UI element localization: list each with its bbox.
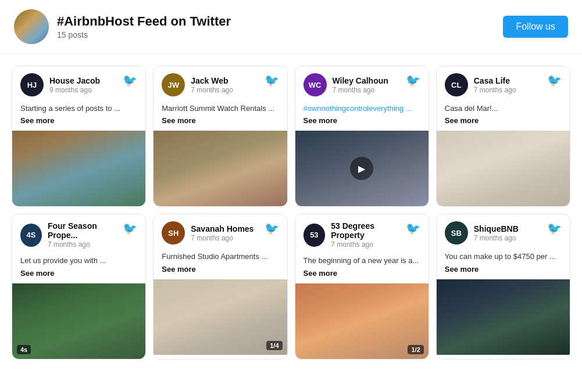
card-card-4: CL Casa Life 7 months ago 🐦 Casa del Mar…	[436, 66, 570, 207]
user-avatar-3: CL	[445, 73, 468, 96]
user-info-2: Wiley Calhoun 7 months ago	[333, 76, 388, 94]
card-header-0: HJ House Jacob 9 months ago 🐦	[12, 66, 145, 101]
card-body-6: The beginning of a new year is a... See …	[295, 253, 429, 283]
user-time-0: 9 months ago	[49, 86, 100, 94]
card-card-2: JW Jack Web 7 months ago 🐦 Marriott Summ…	[153, 66, 287, 207]
card-body-0: Starting a series of posts to ... See mo…	[12, 101, 145, 131]
card-body-2: #ownnothingcontroleverything ... See mor…	[295, 101, 429, 131]
card-body-5: Furnished Studio Apartments ... See more	[153, 249, 287, 279]
card-text-1: Marriott Summit Watch Rentals ...	[162, 104, 274, 113]
card-card-5: 4S Four Season Prope... 7 months ago 🐦 L…	[12, 214, 146, 359]
user-info-4: Four Season Prope... 7 months ago	[48, 221, 123, 249]
avatar-initials-3: CL	[445, 73, 468, 96]
cards-grid: HJ House Jacob 9 months ago 🐦 Starting a…	[0, 54, 582, 371]
card-user-7: SB ShiqueBNB 7 months ago	[445, 221, 519, 244]
post-count: 15 posts	[57, 30, 231, 39]
page-title: #AirbnbHost Feed on Twitter	[57, 14, 231, 29]
card-text-3: Casa del Mar!...	[445, 104, 498, 113]
card-card-7: 53 53 Degrees Property 7 months ago 🐦 Th…	[295, 214, 429, 359]
timer-badge-4: 4s	[17, 345, 31, 354]
avatar-initials-6: 53	[304, 224, 326, 247]
user-name-7: ShiqueBNB	[474, 224, 519, 233]
user-avatar-1: JW	[162, 73, 185, 96]
twitter-icon-6: 🐦	[406, 221, 420, 235]
see-more-3[interactable]: See more	[445, 116, 562, 126]
card-card-8: SB ShiqueBNB 7 months ago 🐦 You can make…	[436, 214, 570, 359]
header-avatar-image	[14, 9, 49, 44]
user-time-3: 7 months ago	[474, 86, 516, 94]
see-more-5[interactable]: See more	[162, 264, 278, 275]
see-more-6[interactable]: See more	[304, 268, 420, 279]
user-name-0: House Jacob	[49, 76, 100, 85]
card-header-3: CL Casa Life 7 months ago 🐦	[437, 66, 570, 101]
card-header-4: 4S Four Season Prope... 7 months ago 🐦	[12, 214, 145, 253]
user-avatar-2: WC	[304, 73, 327, 96]
card-user-2: WC Wiley Calhoun 7 months ago	[304, 73, 388, 96]
card-body-4: Let us provide you with ... See more	[12, 253, 145, 283]
header-info: #AirbnbHost Feed on Twitter 15 posts	[57, 14, 231, 39]
card-image-4: 4s	[12, 283, 145, 359]
card-body-7: You can make up to $4750 per ... See mor…	[437, 249, 570, 279]
card-text-4: Let us provide you with ...	[20, 256, 106, 265]
card-header-1: JW Jack Web 7 months ago 🐦	[153, 66, 287, 101]
user-avatar-0: HJ	[20, 73, 44, 96]
card-image-7	[437, 279, 570, 355]
user-avatar-7: SB	[445, 221, 468, 244]
twitter-icon-2: 🐦	[406, 73, 420, 87]
user-avatar-6: 53	[304, 224, 326, 247]
header-avatar	[14, 9, 49, 44]
see-more-1[interactable]: See more	[162, 116, 278, 126]
avatar-initials-7: SB	[445, 221, 468, 244]
card-header-7: SB ShiqueBNB 7 months ago 🐦	[437, 214, 570, 249]
follow-button[interactable]: Follow us	[503, 16, 568, 38]
twitter-icon-1: 🐦	[265, 73, 279, 87]
see-more-4[interactable]: See more	[20, 268, 137, 279]
card-text-6: The beginning of a new year is a...	[304, 256, 419, 265]
user-name-2: Wiley Calhoun	[333, 76, 388, 85]
card-image-0	[12, 131, 145, 206]
card-user-0: HJ House Jacob 9 months ago	[20, 73, 100, 96]
play-button-2[interactable]: ▶	[350, 157, 373, 180]
card-image-5: 1/4	[153, 279, 287, 355]
user-info-6: 53 Degrees Property 7 months ago	[331, 221, 406, 249]
card-text-7: You can make up to $4750 per ...	[445, 252, 556, 261]
user-time-6: 7 months ago	[331, 240, 406, 249]
card-user-6: 53 53 Degrees Property 7 months ago	[304, 221, 406, 249]
user-name-3: Casa Life	[474, 76, 516, 85]
card-text-5: Furnished Studio Apartments ...	[162, 252, 267, 261]
user-time-4: 7 months ago	[48, 240, 123, 249]
card-user-4: 4S Four Season Prope... 7 months ago	[20, 221, 123, 249]
card-body-1: Marriott Summit Watch Rentals ... See mo…	[153, 101, 287, 131]
user-avatar-5: SH	[162, 221, 185, 244]
card-link-2[interactable]: #ownnothingcontroleverything ...	[304, 104, 412, 113]
user-time-2: 7 months ago	[333, 86, 388, 94]
user-time-7: 7 months ago	[474, 234, 519, 242]
twitter-icon-7: 🐦	[547, 221, 562, 235]
card-text-0: Starting a series of posts to ...	[20, 104, 120, 113]
card-card-3: WC Wiley Calhoun 7 months ago 🐦 #ownnoth…	[295, 66, 429, 207]
user-info-3: Casa Life 7 months ago	[474, 76, 516, 94]
image-badge-5: 1/4	[266, 341, 282, 350]
image-badge-6: 1/2	[408, 345, 423, 354]
avatar-initials-1: JW	[162, 73, 185, 96]
avatar-initials-5: SH	[162, 221, 185, 244]
user-time-5: 7 months ago	[191, 234, 253, 242]
user-name-1: Jack Web	[191, 76, 233, 85]
see-more-0[interactable]: See more	[20, 116, 137, 126]
user-name-5: Savanah Homes	[191, 224, 253, 233]
avatar-initials-0: HJ	[20, 73, 44, 96]
page-header: #AirbnbHost Feed on Twitter 15 posts Fol…	[0, 0, 582, 54]
card-image-1	[153, 131, 287, 206]
user-avatar-4: 4S	[20, 224, 42, 247]
card-header-6: 53 53 Degrees Property 7 months ago 🐦	[295, 214, 429, 253]
see-more-2[interactable]: See more	[304, 116, 420, 126]
twitter-icon-4: 🐦	[123, 221, 137, 235]
see-more-7[interactable]: See more	[445, 264, 562, 275]
card-image-2: ▶	[295, 131, 429, 206]
card-user-3: CL Casa Life 7 months ago	[445, 73, 516, 96]
card-user-1: JW Jack Web 7 months ago	[162, 73, 233, 96]
user-info-0: House Jacob 9 months ago	[49, 76, 100, 94]
twitter-icon-5: 🐦	[265, 221, 279, 235]
user-name-4: Four Season Prope...	[48, 221, 123, 240]
avatar-initials-2: WC	[304, 73, 327, 96]
